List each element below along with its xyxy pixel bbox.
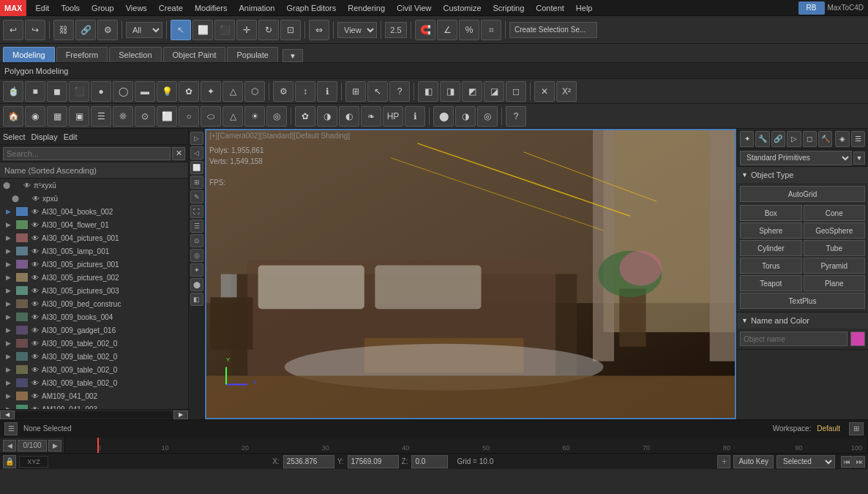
scroll-right[interactable]: ▶ xyxy=(173,411,188,419)
list-item[interactable]: ▶ 👁 AI30_009_gadget_016 xyxy=(0,323,188,337)
filter-dropdown[interactable]: All xyxy=(126,22,162,38)
list-item[interactable]: ▶ 👁 AM109_041_002 xyxy=(0,389,188,403)
tool2-q[interactable]: ? xyxy=(389,81,410,102)
list-item[interactable]: ▶ 👁 AI30_005_lamp_001 xyxy=(0,244,188,258)
spinner-snap[interactable]: ⌗ xyxy=(481,20,501,40)
textplus-button[interactable]: TextPlus xyxy=(740,293,865,309)
tool2-teapot[interactable]: 🍵 xyxy=(3,81,23,102)
tool2-display4[interactable]: ◪ xyxy=(484,81,504,102)
list-item[interactable]: ⬤ 👁 π¹xyxū xyxy=(0,179,188,192)
timeline-current-frame[interactable]: 0/100 xyxy=(18,440,47,452)
snap-toggle[interactable]: 🧲 xyxy=(415,20,435,40)
status-icon[interactable]: ☰ xyxy=(4,422,18,435)
tool2-hex[interactable]: ⬡ xyxy=(244,81,265,102)
tool2-xb[interactable]: X² xyxy=(556,81,577,102)
menu-create[interactable]: Create xyxy=(153,0,189,16)
tool2-x[interactable]: ✕ xyxy=(534,81,555,102)
x-coord[interactable] xyxy=(283,455,334,468)
rp-category-select[interactable]: Standard Primitives Extended Primitives … xyxy=(740,151,852,165)
tabs-more-button[interactable]: ▼ xyxy=(283,49,303,62)
lp-display[interactable]: Display xyxy=(31,132,58,141)
menu-content[interactable]: Content xyxy=(530,0,570,16)
list-item[interactable]: ▶ 👁 AI30_004_flower_01 xyxy=(0,218,188,231)
tool3-half[interactable]: ◑ xyxy=(455,106,476,127)
list-item[interactable]: ▶ 👁 AI30_009_table_002_0 xyxy=(0,376,188,389)
rotate-tool[interactable]: ↻ xyxy=(258,20,279,40)
tool2-display3[interactable]: ◩ xyxy=(462,81,482,102)
list-item[interactable]: ▶ 👁 AI30_009_table_002_0 xyxy=(0,337,188,350)
tool2-cylinder[interactable]: ▬ xyxy=(135,81,155,102)
viewport[interactable]: X Y [+][Camera002][Standard][Default Sha… xyxy=(205,129,736,419)
sphere-button[interactable]: Sphere xyxy=(740,222,802,239)
list-item[interactable]: ▶ 👁 AI30_004_pictures_001 xyxy=(0,231,188,244)
select-region-2[interactable]: ⬛ xyxy=(214,20,235,40)
inner-icon-8[interactable]: ⊙ xyxy=(190,234,203,247)
name-color-header[interactable]: ▼ Name and Color xyxy=(737,313,868,329)
lp-edit[interactable]: Edit xyxy=(64,132,78,141)
teapot-button[interactable]: Teapot xyxy=(740,275,802,291)
rp-utilities-icon[interactable]: 🔨 xyxy=(818,131,832,147)
tab-selection[interactable]: Selection xyxy=(109,47,161,62)
inner-icon-9[interactable]: ◎ xyxy=(190,249,203,262)
zoom-value[interactable]: 2.5 xyxy=(385,22,407,38)
tool3-anim[interactable]: HP xyxy=(383,106,403,127)
menu-group[interactable]: Group xyxy=(86,0,120,16)
tool3-face[interactable]: ▣ xyxy=(69,106,89,127)
tab-object-paint[interactable]: Object Paint xyxy=(163,47,226,62)
search-close-button[interactable]: ✕ xyxy=(172,147,185,160)
tool3-env[interactable]: ✿ xyxy=(295,106,315,127)
tool2-box[interactable]: ⬛ xyxy=(69,81,89,102)
tool3-mat[interactable]: ◑ xyxy=(317,106,337,127)
cone-button[interactable]: Cone xyxy=(804,205,866,221)
menu-tools[interactable]: Tools xyxy=(55,0,86,16)
tool3-grass[interactable]: ❧ xyxy=(361,106,381,127)
angle-snap[interactable]: ∠ xyxy=(437,20,457,40)
view-dropdown[interactable]: View xyxy=(337,22,377,38)
tool3-matb[interactable]: ◐ xyxy=(339,106,359,127)
rp-create-icon[interactable]: ✦ xyxy=(740,131,754,147)
inner-icon-6[interactable]: ⛶ xyxy=(190,205,203,218)
scale-tool[interactable]: ⊡ xyxy=(280,20,301,40)
create-selection-button[interactable]: Create Selection Se... xyxy=(509,22,597,38)
y-coord[interactable] xyxy=(348,455,399,468)
menu-graph-editors[interactable]: Graph Editors xyxy=(280,0,342,16)
timeline-bar[interactable]: 0 10 20 30 40 50 60 70 80 90 100 xyxy=(64,438,868,453)
tool2-grid[interactable]: ⊞ xyxy=(345,81,366,102)
workspace-icon[interactable]: ⊞ xyxy=(849,422,864,435)
menu-edit[interactable]: Edit xyxy=(29,0,55,16)
object-type-header[interactable]: ▼ Object Type xyxy=(737,167,868,183)
geosphere-button[interactable]: GeoSphere xyxy=(804,222,866,239)
rp-modify-icon[interactable]: 🔧 xyxy=(755,131,769,147)
tool2-c[interactable]: ◼ xyxy=(47,81,67,102)
pyramid-button[interactable]: Pyramid xyxy=(804,258,866,274)
menu-views[interactable]: Views xyxy=(120,0,153,16)
tool3-group[interactable]: ❊ xyxy=(113,106,133,127)
tool3-geo[interactable]: ◎ xyxy=(266,106,287,127)
unlink-button[interactable]: 🔗 xyxy=(75,20,96,40)
tool2-link[interactable]: ⚙ xyxy=(273,81,293,102)
autogrid-button[interactable]: AutoGrid xyxy=(740,186,865,202)
menu-scripting[interactable]: Scripting xyxy=(487,0,531,16)
list-item[interactable]: ▶ 👁 AI30_005_pictures_001 xyxy=(0,258,188,271)
tool3-cone[interactable]: △ xyxy=(222,106,243,127)
selected-dropdown[interactable]: Selected All xyxy=(777,455,835,468)
tool3-b[interactable]: ◉ xyxy=(25,106,45,127)
rp-dropdown-arrow[interactable]: ▼ xyxy=(853,151,865,165)
tool3-scene[interactable]: 🏠 xyxy=(3,106,23,127)
timeline-prev-button[interactable]: ◀ xyxy=(3,440,16,452)
plane-button[interactable]: Plane xyxy=(804,275,866,291)
menu-rendering[interactable]: Rendering xyxy=(342,0,391,16)
rp-extra-2[interactable]: ☰ xyxy=(851,131,865,147)
list-item[interactable]: ▶ 👁 AI30_009_table_002_0 xyxy=(0,363,188,376)
scene-list[interactable]: ⬤ 👁 π¹xyxū ⬤ 👁 xpxū ▶ 👁 AI30_004_books_0… xyxy=(0,179,188,409)
menu-help[interactable]: Help xyxy=(570,0,599,16)
z-coord[interactable] xyxy=(411,455,448,468)
select-tool[interactable]: ↖ xyxy=(171,20,191,40)
select-region-tool[interactable]: ⬜ xyxy=(192,20,213,40)
cylinder-button[interactable]: Cylinder xyxy=(740,240,802,256)
inner-icon-5[interactable]: ✎ xyxy=(190,190,203,203)
inner-icon-2[interactable]: ◁ xyxy=(190,146,203,160)
inner-icon-10[interactable]: ✦ xyxy=(190,263,203,277)
inner-icon-12[interactable]: ◧ xyxy=(190,293,203,306)
tool3-h[interactable]: ⊙ xyxy=(135,106,155,127)
